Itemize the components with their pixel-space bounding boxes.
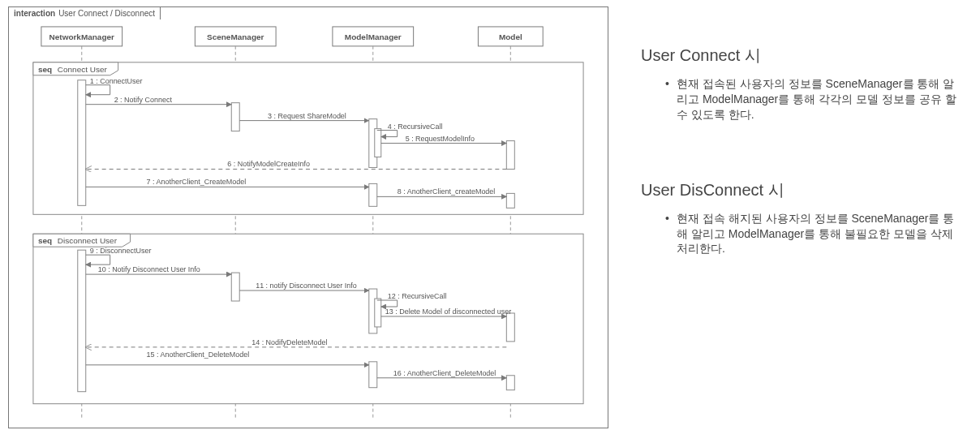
svg-rect-19 [506,141,514,170]
svg-rect-28 [231,273,239,301]
msg-7: 7 : AnotherClient_CreateModel [147,178,247,186]
msg-13: 13 : Delete Model of disconnected user [385,308,512,316]
msg-5: 5 : RequestModelInfo [406,135,475,143]
msg-14: 14 : NodifyDeleteModel [251,338,327,346]
section-bullet-connect: 현재 접속된 사용자의 정보를 SceneManager를 통해 알리고 Mod… [665,76,965,123]
msg-8: 8 : AnotherClient_createModel [398,187,496,196]
svg-rect-27 [78,250,86,392]
svg-text:Model: Model [499,32,522,41]
svg-rect-32 [375,299,381,327]
svg-rect-36 [369,362,377,388]
msg-9: 9 : DisconnectUser [90,247,152,255]
svg-rect-22 [369,183,377,206]
msg-11: 11 : notify Disconnect User Info [256,282,357,290]
sequence-diagram-frame: interaction User Connect / Disconnect Ne… [8,6,608,428]
msg-4: 4 : RecursiveCall [388,123,443,131]
svg-text:ModelManager: ModelManager [345,32,402,41]
seq2-name: Disconnect User [58,236,118,245]
section-heading-connect: User Connect 시 [641,45,965,67]
seq1-name: Connect User [58,65,108,74]
msg-2: 2 : Notify Connect [114,96,173,104]
msg-10: 10 : Notify Disconnect User Info [98,265,200,273]
svg-rect-24 [506,193,514,208]
section-bullet-disconnect: 현재 접속 해지된 사용자의 정보를 SceneManager를 통해 알리고 … [665,211,965,257]
msg-12: 12 : RecursiveCall [388,292,447,300]
svg-rect-18 [375,129,381,157]
svg-rect-12 [33,62,583,214]
svg-text:NetworkManager: NetworkManager [49,32,114,41]
svg-rect-14 [231,103,239,131]
svg-rect-13 [78,80,86,206]
description-column: User Connect 시 현재 접속된 사용자의 정보를 SceneMana… [641,0,965,443]
sequence-diagram-svg: NetworkManager SceneManager ModelManager… [9,7,608,428]
msg-16: 16 : AnotherClient_DeleteModel [393,369,496,377]
seq1-kind: seq [38,65,52,74]
msg-1: 1 : ConnectUser [90,77,143,85]
seq2-kind: seq [38,236,52,245]
svg-rect-38 [506,376,514,390]
section-heading-disconnect: User DisConnect 시 [641,179,965,201]
msg-15: 15 : AnotherClient_DeleteModel [147,351,250,359]
msg-6: 6 : NotifyModelCreateInfo [227,160,310,168]
svg-text:SceneManager: SceneManager [207,32,264,41]
msg-3: 3 : Request ShareModel [268,112,346,120]
svg-rect-33 [506,313,514,342]
